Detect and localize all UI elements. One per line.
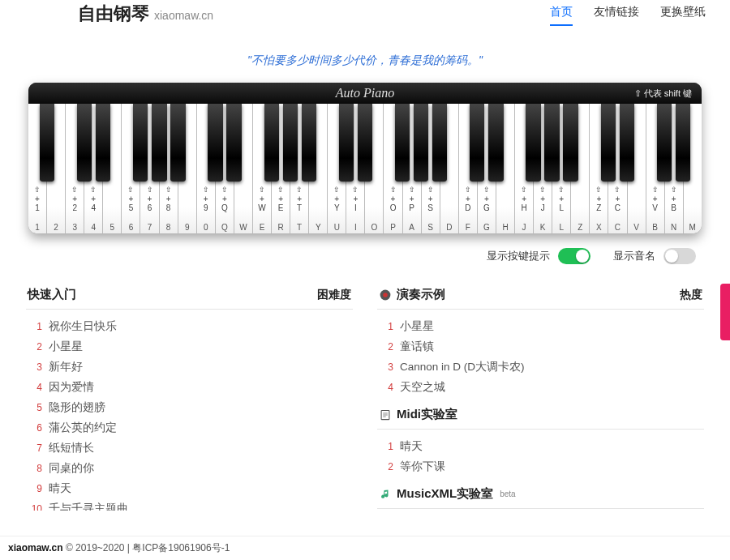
black-key[interactable] (226, 104, 241, 182)
beta-badge: beta (500, 489, 515, 498)
white-key-label: A (403, 223, 421, 232)
nav-links[interactable]: 友情链接 (594, 5, 639, 26)
black-key[interactable] (544, 104, 559, 182)
black-key[interactable] (170, 104, 185, 182)
shift-hint-pair: ⇧+2 (71, 186, 78, 212)
toggle-keys[interactable] (558, 248, 590, 264)
black-key[interactable] (358, 104, 372, 182)
black-key[interactable] (563, 104, 578, 182)
shift-hint-pair: ⇧+G (483, 186, 490, 212)
piano-keys: ⇧+112⇧+23⇧+445⇧+56⇧+67⇧+889⇧+90⇧+QQW⇧+WE… (28, 104, 702, 233)
song-name: 晴天 (400, 439, 423, 454)
black-key[interactable] (395, 104, 410, 182)
black-key[interactable] (432, 104, 447, 182)
black-key[interactable] (96, 104, 110, 182)
song-index: 8 (26, 463, 42, 474)
song-index: 6 (26, 422, 42, 434)
shift-hint-pair: ⇧+J (539, 186, 546, 212)
shift-hint-pair: ⇧+Y (333, 186, 340, 212)
quickstart-title: 快速入门 (28, 287, 76, 302)
song-item[interactable]: 1小星星 (377, 316, 704, 336)
white-key-label: E (253, 223, 271, 232)
demo-title: 演奏示例 (379, 287, 445, 302)
black-key[interactable] (601, 104, 616, 182)
black-key[interactable] (264, 104, 279, 182)
black-key[interactable] (283, 104, 298, 182)
black-key[interactable] (470, 104, 484, 182)
song-index: 2 (377, 461, 393, 472)
song-index: 4 (26, 382, 42, 393)
song-index: 1 (26, 321, 42, 332)
black-key[interactable] (77, 104, 92, 182)
music-icon (379, 488, 392, 501)
demo-header: 演奏示例 热度 (377, 284, 704, 310)
black-key[interactable] (526, 104, 540, 182)
song-item[interactable]: 2小星星 (26, 336, 353, 357)
nav-wallpaper[interactable]: 更换壁纸 (660, 5, 706, 26)
song-item[interactable]: 1晴天 (377, 436, 704, 456)
black-key[interactable] (208, 104, 222, 182)
black-key[interactable] (133, 104, 148, 182)
song-index: 9 (26, 483, 42, 494)
white-key-label: L (552, 223, 570, 232)
white-key-label: W (234, 223, 252, 232)
black-key[interactable] (657, 104, 672, 182)
white-key-label: B (646, 223, 664, 232)
song-item[interactable]: 4因为爱情 (26, 377, 353, 397)
black-key[interactable] (676, 104, 690, 182)
song-item[interactable]: 1祝你生日快乐 (26, 316, 353, 336)
nav-home[interactable]: 首页 (550, 5, 573, 26)
shift-hint-pair: ⇧+B (671, 186, 677, 212)
song-item[interactable]: 3新年好 (26, 357, 353, 377)
song-item[interactable]: 5隐形的翅膀 (26, 397, 353, 417)
header: 自由钢琴 xiaomaw.cn 首页 友情链接 更换壁纸 (0, 0, 730, 31)
white-key-label: N (665, 223, 683, 232)
black-key[interactable] (152, 104, 166, 182)
white-key-label: J (515, 223, 533, 232)
shift-hint-pair: ⇧+S (427, 186, 434, 212)
black-key[interactable] (339, 104, 354, 182)
piano-brand: Auto Piano (336, 86, 394, 100)
side-ribbon[interactable] (720, 284, 730, 340)
shift-hint-pair: ⇧+D (465, 186, 471, 212)
white-key-label: K (534, 223, 552, 232)
demo-col2: 热度 (680, 288, 702, 302)
black-key[interactable] (620, 104, 634, 182)
piano-bar: Auto Piano ⇧ 代表 shift 键 (28, 83, 702, 104)
song-item[interactable]: 4天空之城 (377, 377, 704, 397)
file-icon (379, 408, 392, 421)
quickstart-col2: 困难度 (317, 288, 351, 302)
song-name: Cannon in D (D大调卡农) (400, 360, 525, 374)
black-key[interactable] (302, 104, 316, 182)
toggle-notes-label: 显示音名 (613, 249, 655, 263)
shift-hint-pair: ⇧+Q (221, 186, 228, 212)
song-item[interactable]: 3Cannon in D (D大调卡农) (377, 357, 704, 377)
xml-title: MusicXML实验室 beta (379, 486, 516, 502)
song-name: 蒲公英的约定 (49, 421, 117, 435)
shift-hint-pair: ⇧+6 (147, 186, 153, 212)
top-nav: 首页 友情链接 更换壁纸 (550, 5, 706, 26)
white-key-label: F (459, 223, 477, 232)
song-name: 同桌的你 (49, 461, 94, 476)
song-item[interactable]: 8同桌的你 (26, 458, 353, 478)
song-item[interactable]: 2童话镇 (377, 336, 704, 357)
song-item[interactable]: 7纸短情长 (26, 438, 353, 458)
white-key-label: U (328, 223, 346, 232)
shift-hint-pair: ⇧+T (296, 186, 303, 212)
shift-hint-pair: ⇧+O (390, 186, 397, 212)
song-index: 1 (377, 321, 393, 332)
song-item[interactable]: 2等你下课 (377, 456, 704, 477)
white-key-label: O (365, 223, 383, 232)
record-icon (379, 289, 392, 301)
song-index: 5 (26, 402, 42, 413)
song-name: 隐形的翅膀 (49, 400, 105, 415)
song-index: 2 (377, 341, 393, 353)
song-item[interactable]: 9晴天 (26, 478, 353, 498)
black-key[interactable] (488, 104, 503, 182)
black-key[interactable] (40, 104, 54, 182)
song-item[interactable]: 6蒲公英的约定 (26, 417, 353, 438)
song-item[interactable]: 10千与千寻主题曲 (26, 498, 353, 511)
toggle-notes[interactable] (663, 248, 696, 264)
shift-hint-pair: ⇧+Z (595, 186, 602, 212)
black-key[interactable] (414, 104, 428, 182)
